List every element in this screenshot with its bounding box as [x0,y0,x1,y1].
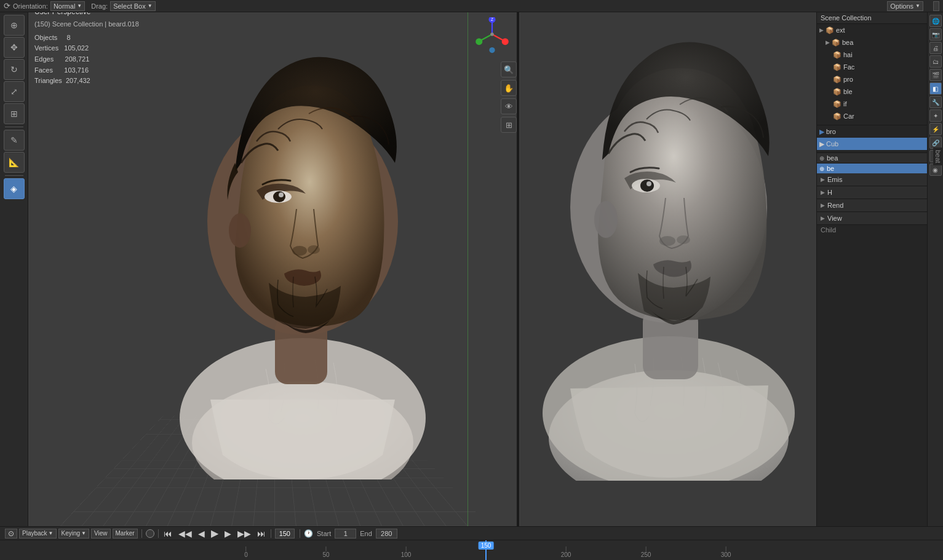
drag-dropdown[interactable]: Select Box ▼ [110,1,156,11]
scene-item-ble[interactable]: 📦 ble [817,85,927,98]
camera-view-icon[interactable]: 👁 [501,98,517,114]
item-label-hai: hai [843,51,853,58]
prop-tab-modifier[interactable]: 🔧 [929,96,942,108]
annotate-tool[interactable]: ✎ [4,130,25,151]
rend-section: ▶ Rend [817,199,927,212]
viewport-gizmo[interactable]: Z [474,17,511,60]
collapse-button[interactable] [933,1,939,11]
timeline-view-btn[interactable]: View [91,529,111,538]
item-icon-fac: 📦 [833,63,842,71]
viewport-right[interactable] [520,0,816,560]
prop-tab-render[interactable]: 📷 [929,28,942,41]
emis-section: ▶ Emis [817,173,927,186]
item-icon-cub: ▶ [819,140,824,148]
prop-tab-object[interactable]: ◧ [929,82,942,95]
start-value[interactable] [335,529,356,538]
viewport-divider[interactable] [517,12,519,526]
cursor-tool[interactable]: ⊕ [4,15,25,36]
prop-tab-view-layer[interactable]: 🗂 [929,55,942,68]
scale-tool[interactable]: ⤢ [4,81,25,102]
timeline-playback-btn[interactable]: Playback ▼ [19,529,57,538]
prop-tab-constraints[interactable]: 🔗 [929,136,942,149]
emis-header[interactable]: ▶ Emis [817,173,927,186]
h-section: ▶ H [817,186,927,199]
scene-item-car[interactable]: 📦 Car [817,110,927,122]
scene-item-ext[interactable]: ▶ 📦 ext [817,24,927,36]
next-keyframe-btn[interactable]: ▶▶ [236,529,252,538]
svg-point-18 [489,47,495,53]
prop-tab-particles[interactable]: ✦ [929,109,942,122]
triangles-row: Triangles 207,432 [34,76,139,87]
options-button[interactable]: Options ▼ [887,1,923,11]
obj-icon-be: ⊕ [819,165,824,172]
timeline-marker-btn[interactable]: Marker [113,529,138,538]
transform-tool[interactable]: ⊞ [4,103,25,124]
prop-tab-physics[interactable]: ⚡ [929,123,942,135]
frame-50: 50 [322,546,329,558]
measure-tool[interactable]: 📐 [4,152,25,173]
timeline-controls: ⊙ Playback ▼ Keying ▼ View Marker ⏮ ◀◀ ◀… [0,527,943,540]
prop-tab-output[interactable]: 🖨 [929,42,942,54]
frame-300: 300 [721,546,731,558]
scene-item-bea[interactable]: ▶ 📦 bea [817,36,927,49]
emis-arrow: ▶ [821,176,825,183]
current-frame-area: 150 [275,530,295,537]
next-frame-btn[interactable]: ▶ [223,529,233,538]
playback-label: Playback [22,530,47,537]
viewport-left[interactable]: User Perspective (150) Scene Collection … [28,0,520,560]
svg-point-23 [594,201,618,238]
timeline-keying-btn[interactable]: Keying ▼ [58,529,90,538]
view-header[interactable]: ▶ View [817,212,927,224]
view-section: ▶ View [817,212,927,225]
orientation-dropdown[interactable]: Normal ▼ [50,1,85,11]
scene-item-pro[interactable]: 📦 pro [817,73,927,85]
jump-end-btn[interactable]: ⏭ [256,529,267,538]
play-btn[interactable]: ▶ [210,527,220,539]
item-icon-ext: 📦 [826,26,834,34]
timeline-track[interactable]: 0 50 100 150 200 2 [0,540,943,560]
prop-tab-scene[interactable]: 🌐 [929,15,942,27]
frame-0: 0 [244,546,248,558]
scene-header-label: Scene Collection [821,14,872,22]
faces-row: Faces 103,716 [34,65,139,76]
emis-label: Emis [827,176,842,183]
obj-data-header[interactable]: ⊕ bea [817,153,927,164]
drag-section: Drag: Select Box ▼ [91,1,155,11]
grab-icon[interactable]: ✋ [501,80,517,96]
props-item-cub[interactable]: ▶ Cub [817,138,927,150]
scene-item-hai[interactable]: 📦 hai [817,49,927,61]
timeline-mode-btn[interactable]: ⊙ [5,529,17,538]
tl-sep1 [141,529,142,538]
item-icon-car: 📦 [833,112,842,120]
svg-point-17 [490,33,494,36]
rotate-tool[interactable]: ↻ [4,59,25,80]
item-label-bro: bro [826,128,836,135]
frame-dot[interactable] [146,529,154,538]
item-icon-bea: 📦 [832,39,840,47]
grid-view-icon[interactable]: ⊞ [501,117,517,133]
scene-item-if[interactable]: 📦 if [817,98,927,110]
move-tool[interactable]: ✥ [4,37,25,58]
svg-point-7 [279,192,284,197]
obj-data-selected[interactable]: ⊕ be [817,164,927,173]
rend-header[interactable]: ▶ Rend [817,199,927,211]
active-tool[interactable]: ◈ [4,178,25,199]
end-value[interactable] [376,529,397,538]
h-header[interactable]: ▶ H [817,186,927,199]
prop-tab-scene2[interactable]: 🎬 [929,69,942,81]
view-btn-label: View [94,530,108,537]
scene-item-fac[interactable]: 📦 Fac [817,61,927,73]
props-item-bro[interactable]: ▶ bro [817,125,927,138]
expand-arrow-ext: ▶ [819,27,824,33]
jump-start-btn[interactable]: ⏮ [162,529,173,538]
marker-label: Marker [116,530,135,537]
playback-chevron: ▼ [49,530,54,536]
tl-sep2 [158,529,159,538]
prev-frame-btn[interactable]: ◀ [197,529,206,538]
prev-keyframe-btn[interactable]: ◀◀ [177,529,193,538]
zoom-icon[interactable]: 🔍 [501,61,517,77]
h-arrow: ▶ [821,189,825,195]
item-label-ext: ext [836,26,845,34]
objects-row: Objects 8 [34,33,139,44]
rend-label: Rend [827,202,843,209]
